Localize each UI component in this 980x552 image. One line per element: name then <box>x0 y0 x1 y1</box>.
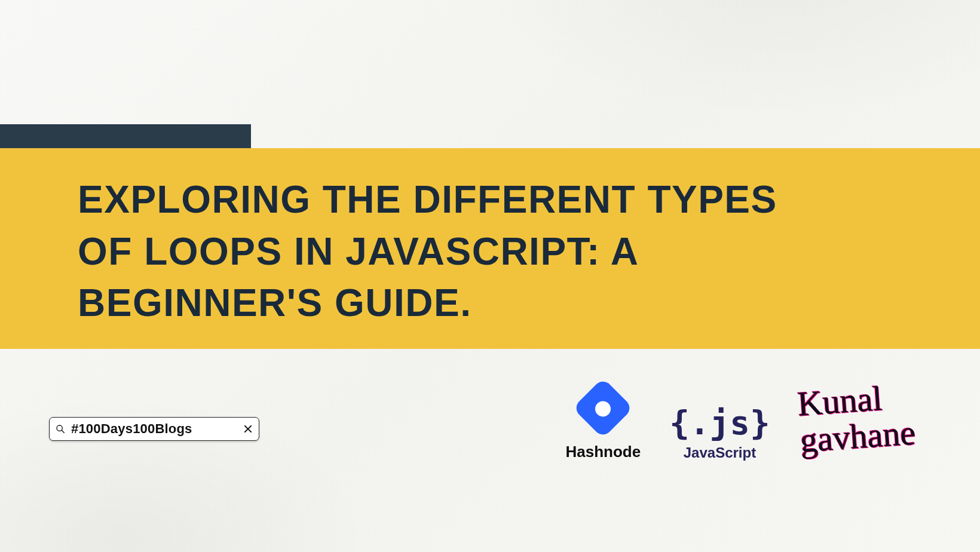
javascript-logo: {.js} JavaScript <box>669 406 770 461</box>
hashtag-pill: #100Days100Blogs <box>49 417 259 441</box>
author-signature: Kunal gavhane <box>796 378 917 465</box>
logo-row: Hashnode {.js} JavaScript Kunal gavhane <box>566 382 915 461</box>
svg-point-0 <box>57 425 62 431</box>
signature-line-2: gavhane <box>799 415 917 459</box>
js-brace-icon: {.js} <box>669 406 770 440</box>
svg-line-1 <box>62 430 65 433</box>
hashnode-icon <box>572 378 633 438</box>
close-icon <box>243 424 253 434</box>
search-icon <box>56 424 65 434</box>
decorative-diagonal <box>203 124 239 148</box>
page-title: EXPLORING THE DIFFERENT TYPES OF LOOPS I… <box>78 174 795 329</box>
hashnode-label: Hashnode <box>566 443 641 461</box>
javascript-label: JavaScript <box>684 444 756 461</box>
hashtag-text: #100Days100Blogs <box>71 421 237 437</box>
hashnode-logo: Hashnode <box>566 387 641 461</box>
title-block: EXPLORING THE DIFFERENT TYPES OF LOOPS I… <box>0 148 980 349</box>
